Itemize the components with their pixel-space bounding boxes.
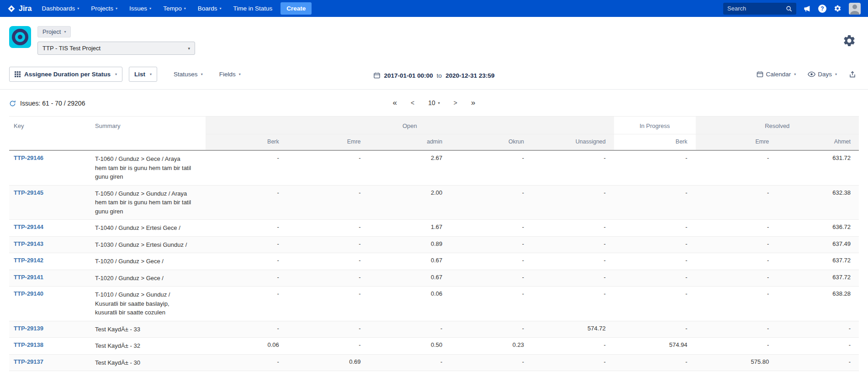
- megaphone-icon[interactable]: [804, 5, 811, 12]
- fields-dropdown[interactable]: Fields ▾: [219, 71, 241, 78]
- page-size-dropdown[interactable]: 10 ▾: [428, 99, 440, 106]
- duration-value: 632.38: [777, 185, 859, 220]
- date-range[interactable]: 2017-01-01 00:00 to 2020-12-31 23:59: [374, 72, 495, 79]
- export-button[interactable]: [849, 71, 856, 78]
- duration-value: -: [450, 253, 532, 270]
- issue-row: TTP-29144T-1040 / Gunduz > Ertesi Gece /…: [9, 220, 859, 237]
- duration-value: 574.72: [532, 321, 614, 338]
- duration-value: 0.67: [369, 270, 451, 287]
- duration-value: -: [777, 354, 859, 371]
- report-type-dropdown[interactable]: Assignee Duration per Status ▾: [9, 67, 122, 82]
- pagination-prev[interactable]: <: [411, 99, 414, 106]
- chevron-down-icon: ▾: [64, 30, 66, 34]
- nav-item-dashboards[interactable]: Dashboards▾: [42, 5, 79, 12]
- duration-value: -: [450, 270, 532, 287]
- duration-value: -: [696, 150, 778, 185]
- statuses-label: Statuses: [174, 71, 198, 78]
- help-icon[interactable]: ?: [818, 5, 826, 13]
- statuses-dropdown[interactable]: Statuses ▾: [174, 71, 203, 78]
- issue-row: TTP-29137Test KaydÄ± - 30-0.69----575.80…: [9, 354, 859, 371]
- view-type-dropdown[interactable]: List ▾: [129, 67, 157, 82]
- chevron-down-icon: ▾: [794, 72, 796, 76]
- duration-value: 631.72: [777, 150, 859, 185]
- units-dropdown[interactable]: Days ▾: [808, 71, 837, 78]
- issue-key-link[interactable]: TTP-29144: [14, 223, 43, 230]
- duration-value: 1.67: [369, 220, 451, 237]
- gear-icon[interactable]: [834, 5, 842, 12]
- issues-count-label: Issues: 61 - 70 / 29206: [20, 100, 85, 107]
- issue-row: TTP-29138Test KaydÄ± - 320.06-0.500.23-5…: [9, 338, 859, 355]
- search-input[interactable]: [727, 5, 786, 12]
- duration-value: -: [614, 253, 696, 270]
- pagination-first[interactable]: «: [393, 98, 397, 107]
- issue-row: TTP-29146T-1060 / Gunduz > Gece / Araya …: [9, 150, 859, 185]
- grid-icon: [15, 71, 21, 77]
- nav-label: Tempo: [163, 5, 182, 12]
- duration-value: 0.06: [206, 338, 287, 355]
- duration-value: -: [532, 354, 614, 371]
- assignee-column-header: Ahmet: [777, 134, 859, 151]
- issue-key-link[interactable]: TTP-29138: [14, 341, 43, 348]
- duration-value: -: [696, 220, 778, 237]
- eye-icon: [808, 71, 815, 77]
- nav-item-issues[interactable]: Issues▾: [129, 5, 151, 12]
- nav-item-tempo[interactable]: Tempo▾: [163, 5, 186, 12]
- issue-key-link[interactable]: TTP-29142: [14, 257, 43, 264]
- calendar-mode-dropdown[interactable]: Calendar ▾: [757, 71, 796, 78]
- duration-value: -: [450, 354, 532, 371]
- duration-value: -: [696, 270, 778, 287]
- issue-row: TTP-29140T-1010 / Gunduz > Gunduz / Kusu…: [9, 287, 859, 321]
- assignee-column-header: admin: [369, 134, 451, 151]
- status-group-header: Resolved: [696, 117, 859, 134]
- duration-value: -: [696, 321, 778, 338]
- issue-row: TTP-29143T-1030 / Gunduz > Ertesi Gunduz…: [9, 236, 859, 253]
- issue-key-link[interactable]: TTP-29145: [14, 189, 43, 196]
- report-type-label: Assignee Duration per Status: [24, 71, 111, 78]
- duration-value: -: [450, 150, 532, 185]
- issue-key-link[interactable]: TTP-29141: [14, 274, 43, 281]
- project-select[interactable]: TTP - TIS Test Project ▾: [37, 42, 195, 55]
- page-size-value: 10: [428, 99, 435, 106]
- chevron-down-icon: ▾: [184, 6, 186, 11]
- nav-item-projects[interactable]: Projects▾: [91, 5, 117, 12]
- nav-item-boards[interactable]: Boards▾: [198, 5, 222, 12]
- pagination-next[interactable]: >: [454, 99, 457, 106]
- duration-value: -: [287, 321, 369, 338]
- selected-project-label: TTP - TIS Test Project: [42, 45, 101, 52]
- issue-key-cell: TTP-29137: [9, 354, 90, 371]
- nav-item-time-in-status[interactable]: Time in Status: [233, 5, 272, 12]
- assignee-column-header: Berk: [614, 134, 696, 151]
- issue-key-link[interactable]: TTP-29139: [14, 325, 43, 332]
- issue-key-cell: TTP-29138: [9, 338, 90, 355]
- settings-gear-icon[interactable]: [842, 34, 856, 48]
- issue-row: TTP-29139Test KaydÄ± - 33----574.72---: [9, 321, 859, 338]
- pagination-top: « < 10 ▾ > »: [393, 98, 476, 107]
- scope-dropdown[interactable]: Project ▾: [37, 26, 71, 37]
- duration-value: -: [696, 185, 778, 220]
- issue-key-link[interactable]: TTP-29140: [14, 290, 43, 297]
- duration-value: 0.67: [369, 253, 451, 270]
- duration-value: 637.72: [777, 253, 859, 270]
- pagination-last[interactable]: »: [471, 98, 475, 107]
- chevron-down-icon: ▾: [438, 101, 440, 105]
- issue-key-link[interactable]: TTP-29146: [14, 154, 43, 161]
- units-label: Days: [818, 71, 832, 78]
- chevron-down-icon: ▾: [201, 72, 203, 76]
- assignee-column-header: Okrun: [450, 134, 532, 151]
- duration-value: -: [287, 338, 369, 355]
- issue-key-link[interactable]: TTP-29143: [14, 240, 43, 247]
- duration-value: -: [287, 270, 369, 287]
- project-avatar[interactable]: [9, 26, 31, 48]
- issue-summary: T-1010 / Gunduz > Gunduz / Kusuratli bir…: [90, 287, 206, 321]
- refresh-icon[interactable]: [9, 100, 16, 107]
- user-avatar[interactable]: [849, 3, 861, 15]
- duration-value: -: [450, 236, 532, 253]
- jira-logo[interactable]: Jira: [7, 5, 32, 13]
- issue-key-link[interactable]: TTP-29137: [14, 358, 43, 365]
- duration-value: -: [287, 287, 369, 321]
- duration-value: -: [450, 220, 532, 237]
- search-box[interactable]: [723, 3, 796, 15]
- create-button[interactable]: Create: [281, 2, 312, 15]
- duration-value: -: [696, 338, 778, 355]
- project-controls: Project ▾ TTP - TIS Test Project ▾: [37, 26, 195, 55]
